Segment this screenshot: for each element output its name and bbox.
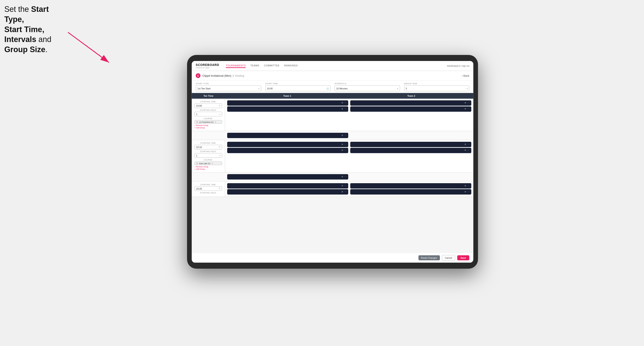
edit-player-icon[interactable]: ⋯ [344, 149, 347, 152]
group-row-4: ✕ ⋯ [192, 173, 473, 182]
starting-hole-label-3: STARTING HOLE: [194, 150, 222, 152]
chevron-down-icon-3: ▾ [467, 87, 468, 90]
course-tag-3: 🏌 East Lake GC ✕ [194, 161, 222, 165]
nav-tab-committee[interactable]: COMMITTEE [264, 64, 280, 68]
edit-player-icon[interactable]: ⋯ [467, 190, 470, 193]
starting-hole-input-3[interactable]: 1 ▾ [194, 153, 222, 158]
chevron-down-icon: ▾ [258, 87, 260, 90]
sign-out-link[interactable]: Sign out [462, 65, 469, 67]
remove-group-link-1[interactable]: ○ Remove Group [194, 124, 222, 126]
team-columns-2: ✕ ⋯ [227, 133, 472, 138]
team-columns-4: ✕ ⋯ [227, 174, 472, 179]
clock-icon: 🕙 [326, 87, 329, 90]
remove-player-icon[interactable]: ✕ [464, 102, 466, 104]
remove-player-icon[interactable]: ✕ [341, 102, 343, 104]
start-time-group: Start Time 10:00 🕙 [265, 83, 330, 91]
group-size-label: Group Size [404, 83, 469, 85]
edit-player-icon[interactable]: ⋯ [344, 184, 347, 187]
player-row: ✕ ⋯ [227, 189, 348, 194]
save-button[interactable]: Save [457, 255, 469, 260]
group-size-select[interactable]: 3 ▾ [404, 85, 469, 91]
breadcrumb: C Clippd Invitational (Men) › Hosting ‹ … [192, 71, 473, 81]
team2-col-4 [350, 174, 471, 179]
edit-player-icon[interactable]: ⋯ [344, 175, 347, 178]
starting-hole-input-1[interactable]: 1 ▾ [194, 112, 222, 117]
player-row: ✕ ⋯ [350, 142, 471, 147]
intervals-select[interactable]: 10 Minutes ▾ [334, 85, 400, 91]
remove-player-icon[interactable]: ✕ [341, 149, 343, 152]
remove-player-icon[interactable]: ✕ [464, 149, 466, 152]
instruction-text: Set the Start Type, Start Time, Interval… [4, 4, 69, 55]
remove-player-icon[interactable]: ✕ [464, 190, 466, 193]
edit-player-icon[interactable]: ⋯ [467, 143, 470, 146]
intervals-label: Intervals [334, 83, 400, 85]
controls-row: Start Type 1st Tee Start ▾ Start Time 10… [192, 81, 473, 93]
teams-panel-4: ✕ ⋯ [225, 173, 473, 181]
starting-time-input-1[interactable]: 10:00 ⏱ [194, 103, 222, 108]
edit-player-icon[interactable]: ⋯ [344, 108, 347, 110]
table-header: Tee Time Team 1 Team 2 [192, 93, 473, 99]
remove-player-icon[interactable]: ✕ [341, 175, 343, 178]
remove-player-icon[interactable]: ✕ [464, 184, 466, 187]
player-row: ✕ ⋯ [227, 183, 348, 188]
back-button[interactable]: ‹ Back [462, 74, 469, 77]
table-body: STARTING TIME: 10:00 ⏱ STARTING HOLE: 1 … [192, 99, 473, 253]
remove-player-icon[interactable]: ✕ [341, 190, 343, 193]
player-row: ✕ ⋯ [350, 148, 471, 153]
remove-course-1[interactable]: ✕ [215, 121, 216, 123]
team1-col-4: ✕ ⋯ [227, 174, 348, 179]
player-row: ✕ ⋯ [227, 133, 348, 138]
brand-logo: C [196, 73, 200, 78]
footer-bar: Reset Changes Cancel Save [192, 253, 473, 263]
edit-player-icon[interactable]: ⋯ [467, 108, 470, 110]
remove-player-icon[interactable]: ✕ [464, 108, 466, 110]
edit-player-icon[interactable]: ⋯ [467, 149, 470, 152]
reset-changes-button[interactable]: Reset Changes [418, 255, 440, 260]
add-group-link-1[interactable]: + Add Group [194, 127, 222, 129]
remove-group-link-3[interactable]: ○ Remove Group [194, 166, 222, 168]
remove-course-3[interactable]: ✕ [212, 162, 213, 165]
add-group-link-3[interactable]: + Add Group [194, 168, 222, 170]
edit-player-icon[interactable]: ⋯ [467, 102, 470, 104]
svg-line-1 [68, 32, 109, 62]
remove-player-icon[interactable]: ✕ [341, 143, 343, 146]
nav-tab-tournaments[interactable]: TOURNAMENTS [226, 64, 246, 68]
edit-player-icon[interactable]: ⋯ [467, 184, 470, 187]
edit-player-icon[interactable]: ⋯ [344, 190, 347, 193]
player-row: ✕ ⋯ [227, 174, 348, 179]
group-row-2: ✕ ⋯ [192, 131, 473, 140]
col-team2: Team 2 [349, 93, 473, 99]
group-row-3: STARTING TIME: 10:10 ⏱ STARTING HOLE: 1 … [192, 140, 473, 172]
teams-panel-1: ✕ ⋯ ✕ ⋯ ✕ ⋯ [225, 99, 473, 131]
start-type-select[interactable]: 1st Tee Start ▾ [196, 85, 261, 91]
chevron-icon-3: ▾ [220, 154, 220, 157]
starting-hole-label-1: STARTING HOLE: [194, 109, 222, 111]
chevron-icon: ▾ [220, 113, 220, 115]
player-row: ✕ ⋯ [350, 106, 471, 112]
edit-player-icon[interactable]: ⋯ [344, 143, 347, 146]
remove-player-icon[interactable]: ✕ [341, 134, 343, 137]
edit-player-icon[interactable]: ⋯ [344, 102, 347, 104]
start-time-select[interactable]: 10:00 🕙 [265, 85, 330, 91]
player-row: ✕ ⋯ [227, 148, 348, 153]
teams-panel-2: ✕ ⋯ [225, 131, 473, 140]
team-columns-1: ✕ ⋯ ✕ ⋯ ✕ ⋯ [227, 100, 472, 129]
cancel-button[interactable]: Cancel [442, 255, 455, 260]
nav-tab-rankings[interactable]: RANKINGS [284, 64, 298, 68]
arrow-graphic [62, 28, 126, 73]
team2-col-5: ✕ ⋯ ✕ ⋯ [350, 183, 471, 195]
player-row: ✕ ⋯ [227, 142, 348, 147]
remove-player-icon[interactable]: ✕ [464, 143, 466, 146]
starting-time-input-3[interactable]: 10:10 ⏱ [194, 145, 222, 150]
edit-player-icon[interactable]: ⋯ [344, 134, 347, 137]
team1-col-2: ✕ ⋯ [227, 133, 348, 138]
team-columns-3: ✕ ⋯ ✕ ⋯ ✕ ⋯ [227, 142, 472, 171]
starting-time-input-5[interactable]: 10:20 ⏱ [194, 186, 222, 191]
course-label-1: COURSE: [194, 117, 222, 119]
player-row: ✕ ⋯ [350, 100, 471, 106]
team2-col-1: ✕ ⋯ ✕ ⋯ [350, 100, 471, 129]
remove-player-icon[interactable]: ✕ [341, 184, 343, 187]
remove-player-icon[interactable]: ✕ [341, 108, 343, 110]
nav-tab-teams[interactable]: TEAMS [250, 64, 259, 68]
player-row: ✕ ⋯ [350, 183, 471, 188]
